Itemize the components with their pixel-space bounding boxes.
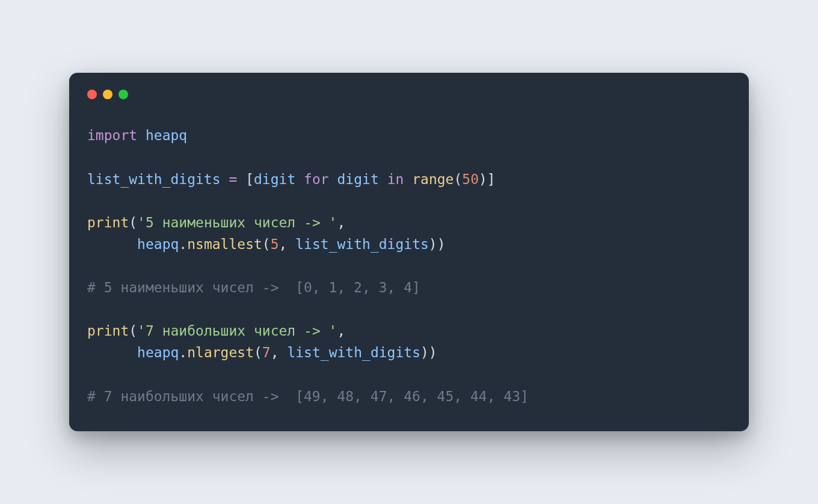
code-token: ( bbox=[129, 323, 137, 339]
code-token: list_with_digits bbox=[295, 236, 429, 252]
code-token bbox=[287, 236, 295, 252]
code-token bbox=[329, 171, 337, 187]
code-token bbox=[221, 171, 229, 187]
code-comment: # 5 наименьших чисел -> [0, 1, 2, 3, 4] bbox=[87, 280, 420, 295]
code-token: range bbox=[412, 171, 454, 187]
code-token: import bbox=[87, 128, 137, 143]
code-token: ( bbox=[454, 171, 462, 187]
code-token: nlargest bbox=[187, 345, 254, 360]
code-token: list_with_digits bbox=[287, 345, 420, 360]
code-token: print bbox=[87, 215, 129, 230]
code-token: nsmallest bbox=[187, 236, 262, 252]
code-token: ) bbox=[479, 171, 487, 187]
code-token: . bbox=[179, 236, 187, 252]
code-token: ) bbox=[437, 236, 446, 252]
code-token: heapq bbox=[137, 345, 179, 360]
code-token: heapq bbox=[146, 128, 187, 143]
code-token: for bbox=[304, 171, 329, 187]
code-token: ( bbox=[129, 215, 137, 230]
code-token: ( bbox=[254, 345, 262, 360]
code-window: import heapq list_with_digits = [digit f… bbox=[69, 73, 749, 431]
minimize-icon[interactable] bbox=[103, 90, 112, 99]
code-token bbox=[379, 171, 387, 187]
code-token: '7 наибольших чисел -> ' bbox=[137, 323, 337, 339]
code-token: digit bbox=[254, 171, 295, 187]
code-token bbox=[404, 171, 412, 187]
code-token: ) bbox=[429, 236, 437, 252]
code-comment: # 7 наибольших чисел -> [49, 48, 47, 46,… bbox=[87, 389, 529, 404]
code-block: import heapq list_with_digits = [digit f… bbox=[87, 124, 731, 407]
code-token bbox=[237, 171, 245, 187]
code-token: = bbox=[229, 171, 237, 187]
code-token: , bbox=[271, 345, 279, 360]
code-token: 7 bbox=[262, 345, 271, 360]
code-token: [ bbox=[245, 171, 254, 187]
code-token: 50 bbox=[462, 171, 479, 187]
code-token: . bbox=[179, 345, 187, 360]
code-token: ) bbox=[420, 345, 429, 360]
code-token: '5 наименьших чисел -> ' bbox=[137, 215, 337, 230]
close-icon[interactable] bbox=[87, 90, 97, 99]
code-token: 5 bbox=[271, 236, 279, 252]
code-token: , bbox=[337, 215, 345, 230]
code-token bbox=[87, 236, 137, 252]
code-token: print bbox=[87, 323, 129, 339]
code-token: ( bbox=[262, 236, 271, 252]
window-titlebar bbox=[87, 90, 731, 99]
code-token: , bbox=[279, 236, 288, 252]
code-token: in bbox=[387, 171, 404, 187]
code-token: ] bbox=[487, 171, 496, 187]
code-token: digit bbox=[337, 171, 379, 187]
code-token: , bbox=[337, 323, 345, 339]
code-token bbox=[87, 345, 137, 360]
code-token bbox=[295, 171, 304, 187]
maximize-icon[interactable] bbox=[118, 90, 128, 99]
code-token: ) bbox=[429, 345, 437, 360]
code-token: list_with_digits bbox=[87, 171, 221, 187]
code-token: heapq bbox=[137, 236, 179, 252]
code-token bbox=[279, 345, 288, 360]
code-token bbox=[137, 128, 146, 143]
